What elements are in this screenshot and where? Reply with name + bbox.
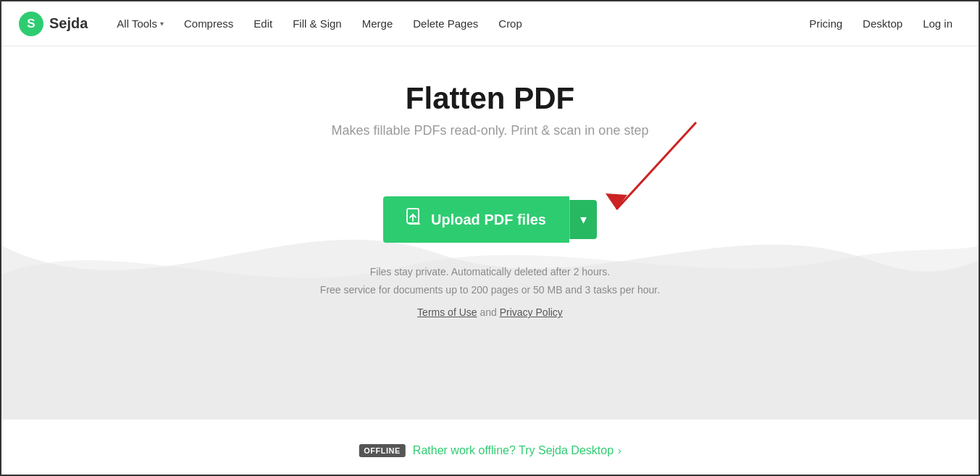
logo-link[interactable]: S Sejda bbox=[19, 12, 88, 36]
info-text: Files stay private. Automatically delete… bbox=[320, 263, 660, 322]
nav-merge[interactable]: Merge bbox=[353, 12, 402, 36]
nav-right: Pricing Desktop Log in bbox=[800, 12, 961, 36]
logo-text: Sejda bbox=[49, 15, 88, 32]
svg-line-0 bbox=[616, 122, 696, 209]
nav-all-tools[interactable]: All Tools ▾ bbox=[108, 12, 172, 36]
dropdown-chevron-icon: ▾ bbox=[580, 212, 587, 227]
nav-compress[interactable]: Compress bbox=[175, 12, 242, 36]
nav-login[interactable]: Log in bbox=[914, 12, 961, 36]
info-line2: Free service for documents up to 200 pag… bbox=[320, 281, 660, 299]
pdf-upload-icon bbox=[406, 208, 422, 231]
main-header: S Sejda All Tools ▾ Compress Edit Fill &… bbox=[1, 1, 979, 46]
info-line1: Files stay private. Automatically delete… bbox=[320, 263, 660, 281]
terms-of-use-link[interactable]: Terms of Use bbox=[417, 306, 477, 318]
logo-icon: S bbox=[19, 12, 43, 36]
and-text: and bbox=[479, 306, 496, 318]
nav-crop[interactable]: Crop bbox=[490, 12, 531, 36]
privacy-policy-link[interactable]: Privacy Policy bbox=[500, 306, 563, 318]
upload-area: Upload PDF files ▾ bbox=[383, 196, 597, 243]
upload-dropdown-button[interactable]: ▾ bbox=[569, 200, 597, 239]
nav-left: All Tools ▾ Compress Edit Fill & Sign Me… bbox=[108, 12, 800, 36]
nav-fill-sign[interactable]: Fill & Sign bbox=[284, 12, 351, 36]
nav-pricing[interactable]: Pricing bbox=[800, 12, 851, 36]
offline-badge: OFFLINE bbox=[359, 444, 406, 457]
nav-delete-pages[interactable]: Delete Pages bbox=[404, 12, 487, 36]
offline-banner[interactable]: OFFLINE Rather work offline? Try Sejda D… bbox=[359, 444, 621, 457]
nav-desktop[interactable]: Desktop bbox=[854, 12, 911, 36]
info-links: Terms of Use and Privacy Policy bbox=[320, 304, 660, 322]
main-content: Flatten PDF Makes fillable PDFs read-onl… bbox=[1, 46, 979, 476]
upload-pdf-button[interactable]: Upload PDF files bbox=[383, 196, 569, 243]
nav-edit[interactable]: Edit bbox=[245, 12, 281, 36]
chevron-right-icon: › bbox=[618, 445, 621, 456]
upload-button-label: Upload PDF files bbox=[431, 212, 546, 228]
offline-text[interactable]: Rather work offline? Try Sejda Desktop › bbox=[413, 444, 621, 457]
page-title: Flatten PDF bbox=[406, 81, 574, 116]
chevron-down-icon: ▾ bbox=[160, 20, 164, 28]
